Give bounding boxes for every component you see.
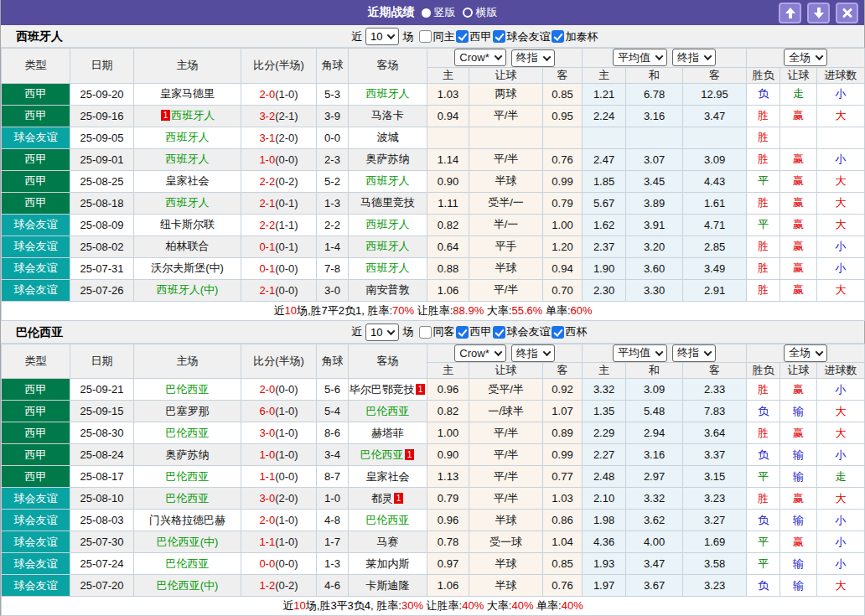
result-cell: 赢: [780, 214, 817, 236]
recent-count-select[interactable]: 10: [365, 324, 399, 341]
fulltime-score[interactable]: 3-1: [259, 132, 275, 144]
home-team-cell-name[interactable]: 西班牙人: [166, 196, 210, 209]
home-team-cell-name[interactable]: 西班牙人: [171, 109, 215, 122]
home-team-cell-name[interactable]: 巴塞罗那: [166, 405, 210, 417]
same-venue-checkbox[interactable]: [419, 326, 432, 339]
home-team-cell-name[interactable]: 巴伦西亚: [166, 470, 210, 483]
home-team-cell-name[interactable]: 巴伦西亚: [166, 557, 210, 570]
away-team-cell-name[interactable]: 卡斯迪隆: [366, 579, 410, 592]
fulltime-score[interactable]: 1-1: [259, 536, 275, 548]
league-checkbox[interactable]: [493, 30, 505, 43]
home-team-cell-name[interactable]: 巴伦西亚: [166, 492, 210, 505]
away-team-cell-name[interactable]: 西班牙人: [366, 87, 410, 100]
away-team-cell-name[interactable]: 西班牙人: [366, 240, 410, 252]
summary-part: 场,胜7平2负1, 胜率:: [297, 304, 392, 317]
same-venue-checkbox[interactable]: [419, 30, 432, 43]
fulltime-score[interactable]: 3-0: [259, 427, 275, 439]
league-checkbox[interactable]: [552, 326, 564, 339]
recent-count-select[interactable]: 10: [365, 28, 399, 45]
home-team-cell-name[interactable]: 沃尔夫斯堡(中): [151, 261, 224, 274]
away-team-cell-name[interactable]: 西班牙人: [366, 174, 410, 187]
layout-horizontal-radio[interactable]: 横版: [463, 5, 498, 20]
home-team-cell-name[interactable]: 西班牙人(中): [157, 283, 219, 296]
home-team-cell-name[interactable]: 巴伦西亚(中): [157, 536, 219, 548]
home-team-cell-name[interactable]: 巴伦西亚(中): [157, 579, 219, 592]
final-index-select[interactable]: 终指: [511, 344, 555, 362]
away-team-cell-name[interactable]: 赫塔菲: [371, 427, 404, 439]
away-team-cell-name[interactable]: 皇家社会: [366, 470, 410, 483]
fulltime-score[interactable]: 2-0: [259, 514, 275, 526]
away-team-cell-name[interactable]: 西班牙人: [366, 218, 410, 230]
away-team-cell-name[interactable]: 马德里竞技: [360, 196, 415, 209]
corner-cell: 2-2: [317, 214, 349, 236]
close-button[interactable]: [836, 3, 858, 23]
home-team-cell-name[interactable]: 柏林联合: [166, 240, 210, 252]
avg-odds-cell: 3.45: [626, 170, 683, 192]
crow-odds-cell: 1.03: [427, 83, 469, 105]
move-down-button[interactable]: [807, 3, 830, 23]
crow-odds-cell: 0.92: [543, 379, 583, 401]
average-select[interactable]: 平均值: [613, 344, 667, 362]
fulltime-score[interactable]: 2-2: [259, 219, 275, 231]
fulltime-score[interactable]: 3-0: [259, 492, 275, 505]
home-team-cell-name[interactable]: 西班牙人: [166, 131, 210, 143]
crow-odds-cell: 0.90: [427, 444, 469, 466]
final-index-select-2[interactable]: 终指: [672, 344, 716, 362]
layout-vertical-radio[interactable]: 竖版: [422, 5, 456, 20]
away-team-cell-name[interactable]: 马赛: [377, 536, 399, 548]
crow-odds-cell: 0.85: [543, 553, 583, 575]
crow-odds-cell: 0.99: [543, 170, 583, 192]
fulltime-score[interactable]: 2-1: [259, 284, 275, 297]
away-team-cell-name[interactable]: 巴伦西亚: [366, 514, 410, 526]
avg-odds-cell: 2.94: [626, 422, 683, 444]
move-up-button[interactable]: [779, 3, 801, 23]
corner-cell: 5-3: [317, 83, 349, 105]
fulltime-score[interactable]: 1-2: [259, 579, 275, 592]
away-team-cell-name[interactable]: 毕尔巴鄂竞技: [350, 383, 415, 396]
fulltime-score[interactable]: 6-0: [259, 405, 275, 417]
home-team-cell-name[interactable]: 门兴格拉德巴赫: [149, 514, 225, 526]
home-team-cell-name[interactable]: 巴伦西亚: [166, 427, 210, 439]
fulltime-score[interactable]: 2-0: [259, 383, 275, 396]
fulltime-score[interactable]: 1-1: [259, 470, 275, 483]
away-team-cell: 西班牙人: [349, 257, 427, 279]
fulltime-select[interactable]: 全场: [784, 49, 827, 66]
final-index-select-2[interactable]: 终指: [672, 49, 716, 66]
away-team-cell-name[interactable]: 马洛卡: [371, 109, 404, 122]
home-team-cell-name[interactable]: 西班牙人: [166, 153, 210, 165]
home-team-cell-name[interactable]: 纽卡斯尔联: [160, 218, 215, 230]
league-checkbox[interactable]: [456, 326, 469, 339]
fulltime-score[interactable]: 0-0: [259, 557, 275, 570]
home-team-cell-name[interactable]: 巴伦西亚: [166, 383, 210, 396]
bookmaker-select-value: Crow*: [459, 347, 489, 360]
final-index-select[interactable]: 终指: [511, 49, 555, 67]
away-team-cell-name[interactable]: 波城: [377, 131, 399, 143]
fulltime-select[interactable]: 全场: [784, 344, 827, 362]
away-team-cell-name[interactable]: 奥萨苏纳: [366, 153, 410, 165]
chevron-down-icon: [816, 52, 824, 60]
away-team-cell-name[interactable]: 莱加内斯: [366, 557, 410, 570]
fulltime-score[interactable]: 2-1: [259, 197, 275, 210]
fulltime-score[interactable]: 0-1: [259, 262, 275, 275]
bookmaker-select[interactable]: Crow*: [454, 49, 505, 66]
fulltime-score[interactable]: 3-2: [259, 110, 275, 122]
home-team-cell-name[interactable]: 皇家马德里: [160, 87, 215, 100]
fulltime-score[interactable]: 0-1: [259, 241, 275, 253]
home-team-cell-name[interactable]: 奥萨苏纳: [166, 448, 210, 461]
away-team-cell-name[interactable]: 巴伦西亚: [366, 405, 410, 417]
home-team-cell-name[interactable]: 皇家社会: [166, 174, 210, 187]
away-team-cell-name[interactable]: 西班牙人: [366, 261, 410, 274]
fulltime-score[interactable]: 2-0: [259, 88, 275, 101]
fulltime-score[interactable]: 2-2: [259, 175, 275, 188]
away-team-cell-name[interactable]: 都灵: [371, 492, 393, 505]
away-team-cell-name[interactable]: 南安普敦: [366, 283, 410, 296]
league-checkbox[interactable]: [493, 326, 505, 339]
away-team-cell-name[interactable]: 巴伦西亚: [360, 448, 404, 461]
fulltime-score[interactable]: 1-0: [259, 448, 275, 461]
league-checkbox[interactable]: [552, 30, 564, 43]
fulltime-score[interactable]: 1-0: [259, 153, 275, 166]
league-checkbox[interactable]: [456, 30, 469, 43]
chevron-down-icon: [816, 348, 824, 356]
bookmaker-select[interactable]: Crow*: [454, 344, 505, 362]
average-select[interactable]: 平均值: [613, 49, 667, 66]
